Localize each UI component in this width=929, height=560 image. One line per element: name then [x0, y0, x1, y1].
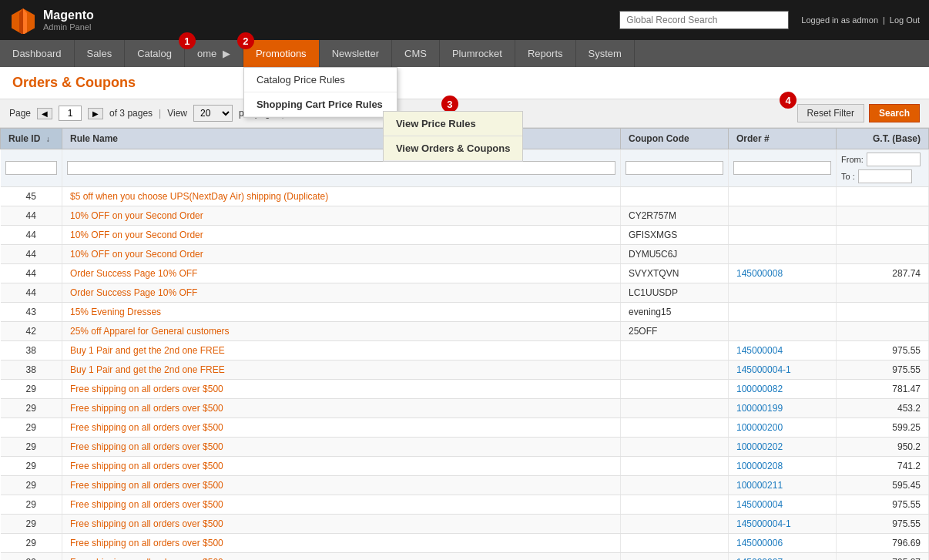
cell-rule-name[interactable]: 10% OFF on your Second Order	[62, 226, 621, 245]
submenu-view-price-rules[interactable]: View Price Rules	[384, 112, 523, 136]
filter-coupon-code-input[interactable]	[625, 161, 723, 175]
rule-name-link[interactable]: Free shipping on all orders over $500	[70, 384, 223, 394]
search-button[interactable]: Search	[869, 104, 920, 122]
cell-rule-name[interactable]: 15% Evening Dresses	[62, 303, 621, 322]
cell-rule-name[interactable]: Buy 1 Pair and get the 2nd one FREE	[62, 360, 621, 380]
rule-name-link[interactable]: Order Success Page 10% OFF	[70, 287, 197, 298]
order-num-link[interactable]: 145000007	[736, 557, 783, 560]
global-search-input[interactable]	[619, 11, 789, 29]
filter-rule-name-input[interactable]	[67, 161, 615, 175]
order-num-link[interactable]: 145000004	[736, 499, 783, 510]
rule-name-link[interactable]: Free shipping on all orders over $500	[70, 557, 223, 560]
cell-order-num[interactable]: 145000004-1	[729, 515, 837, 534]
next-page-button[interactable]: ▶	[88, 108, 103, 119]
col-rule-name[interactable]: Rule Name	[62, 129, 621, 149]
logout-link[interactable]: Log Out	[890, 15, 920, 25]
cell-order-num[interactable]: 145000006	[729, 534, 837, 553]
col-rule-id[interactable]: Rule ID ↓	[1, 129, 62, 149]
rule-name-link[interactable]: Free shipping on all orders over $500	[70, 480, 223, 491]
cell-rule-name[interactable]: Buy 1 Pair and get the 2nd one FREE	[62, 341, 621, 360]
nav-catalog[interactable]: Catalog	[125, 40, 185, 67]
filter-order-num-input[interactable]	[733, 161, 831, 175]
dropdown-shopping-cart-price-rules[interactable]: Shopping Cart Price Rules View Price Rul…	[244, 92, 397, 117]
rule-name-link[interactable]: 25% off Apparel for General customers	[70, 326, 230, 337]
order-num-link[interactable]: 100000208	[736, 461, 783, 471]
order-num-link[interactable]: 100000082	[736, 384, 783, 394]
rule-name-link[interactable]: Free shipping on all orders over $500	[70, 499, 223, 510]
rule-name-link[interactable]: Free shipping on all orders over $500	[70, 422, 223, 433]
nav-plumrocket[interactable]: Plumrocket	[440, 40, 515, 67]
order-num-link[interactable]: 100000199	[736, 403, 783, 414]
rule-name-link[interactable]: $5 off when you choose UPS(NextDay Air) …	[70, 191, 328, 202]
cell-rule-name[interactable]: Free shipping on all orders over $500	[62, 515, 621, 534]
cell-rule-name[interactable]: 10% OFF on your Second Order	[62, 245, 621, 264]
page-number-input[interactable]	[59, 106, 82, 121]
order-num-link[interactable]: 100000202	[736, 441, 783, 452]
cell-order-num[interactable]: 100000202	[729, 438, 837, 457]
shopping-cart-submenu: View Price Rules View Orders & Coupons	[383, 111, 524, 162]
order-num-link[interactable]: 145000004	[736, 345, 783, 356]
per-page-select[interactable]: 20 50 100 200	[193, 105, 233, 122]
order-num-link[interactable]: 145000006	[736, 538, 783, 548]
cell-order-num[interactable]: 145000004-1	[729, 360, 837, 380]
cell-rule-name[interactable]: Free shipping on all orders over $500	[62, 457, 621, 476]
col-order-num[interactable]: Order #	[729, 129, 837, 149]
cell-rule-name[interactable]: Free shipping on all orders over $500	[62, 399, 621, 418]
nav-dashboard[interactable]: Dashboard	[0, 40, 75, 67]
cell-order-num[interactable]: 100000199	[729, 399, 837, 418]
reset-filter-button[interactable]: Reset Filter	[797, 104, 864, 122]
rule-name-link[interactable]: 10% OFF on your Second Order	[70, 249, 203, 260]
filter-rule-id-input[interactable]	[5, 161, 58, 175]
order-num-link[interactable]: 145000008	[736, 268, 783, 279]
cell-order-num[interactable]: 100000208	[729, 457, 837, 476]
rule-name-link[interactable]: Free shipping on all orders over $500	[70, 461, 223, 471]
order-num-link[interactable]: 100000211	[736, 480, 783, 491]
nav-reports[interactable]: Reports	[515, 40, 576, 67]
nav-sales[interactable]: Sales	[75, 40, 126, 67]
nav-promotions[interactable]: Promotions 2 Catalog Price Rules Shoppin…	[243, 40, 320, 67]
cell-rule-name[interactable]: Free shipping on all orders over $500	[62, 476, 621, 495]
cell-rule-name[interactable]: 10% OFF on your Second Order	[62, 206, 621, 226]
cell-order-num[interactable]: 100000082	[729, 380, 837, 399]
nav-newsletter[interactable]: Newsletter	[320, 40, 392, 67]
nav-home[interactable]: ome 1 ▶	[185, 40, 243, 67]
nav-cms[interactable]: CMS	[392, 40, 440, 67]
col-gt-base[interactable]: G.T. (Base)	[837, 129, 929, 149]
order-num-link[interactable]: 100000200	[736, 422, 783, 433]
col-coupon-code[interactable]: Coupon Code	[621, 129, 729, 149]
rule-name-link[interactable]: Buy 1 Pair and get the 2nd one FREE	[70, 364, 225, 375]
cell-rule-name[interactable]: Free shipping on all orders over $500	[62, 495, 621, 515]
cell-order-num[interactable]: 145000004	[729, 495, 837, 515]
rule-name-link[interactable]: Free shipping on all orders over $500	[70, 518, 223, 529]
cell-rule-name[interactable]: 25% off Apparel for General customers	[62, 322, 621, 341]
nav-system[interactable]: System	[576, 40, 635, 67]
rule-name-link[interactable]: Order Success Page 10% OFF	[70, 268, 197, 279]
dropdown-catalog-price-rules[interactable]: Catalog Price Rules	[244, 68, 397, 92]
cell-rule-name[interactable]: Free shipping on all orders over $500	[62, 553, 621, 561]
submenu-view-orders-coupons[interactable]: View Orders & Coupons	[384, 136, 523, 161]
cell-rule-name[interactable]: Free shipping on all orders over $500	[62, 380, 621, 399]
rule-name-link[interactable]: 10% OFF on your Second Order	[70, 210, 203, 221]
cell-order-num[interactable]: 145000004	[729, 341, 837, 360]
prev-page-button[interactable]: ◀	[37, 108, 52, 119]
rule-name-link[interactable]: 10% OFF on your Second Order	[70, 230, 203, 240]
cell-order-num[interactable]: 145000008	[729, 264, 837, 283]
rule-name-link[interactable]: Free shipping on all orders over $500	[70, 441, 223, 452]
rule-name-link[interactable]: Free shipping on all orders over $500	[70, 403, 223, 414]
rule-name-link[interactable]: Free shipping on all orders over $500	[70, 538, 223, 548]
cell-rule-name[interactable]: Order Success Page 10% OFF	[62, 264, 621, 283]
order-num-link[interactable]: 145000004-1	[736, 364, 791, 375]
filter-gt-to-input[interactable]	[858, 169, 912, 183]
cell-rule-name[interactable]: Free shipping on all orders over $500	[62, 418, 621, 438]
cell-rule-name[interactable]: Free shipping on all orders over $500	[62, 438, 621, 457]
cell-order-num[interactable]: 100000211	[729, 476, 837, 495]
cell-rule-name[interactable]: $5 off when you choose UPS(NextDay Air) …	[62, 187, 621, 206]
cell-rule-name[interactable]: Free shipping on all orders over $500	[62, 534, 621, 553]
rule-name-link[interactable]: Buy 1 Pair and get the 2nd one FREE	[70, 345, 225, 356]
cell-order-num[interactable]: 145000007	[729, 553, 837, 561]
cell-order-num[interactable]: 100000200	[729, 418, 837, 438]
filter-gt-from-input[interactable]	[867, 153, 921, 166]
order-num-link[interactable]: 145000004-1	[736, 518, 791, 529]
rule-name-link[interactable]: 15% Evening Dresses	[70, 307, 161, 317]
cell-rule-name[interactable]: Order Success Page 10% OFF	[62, 283, 621, 303]
